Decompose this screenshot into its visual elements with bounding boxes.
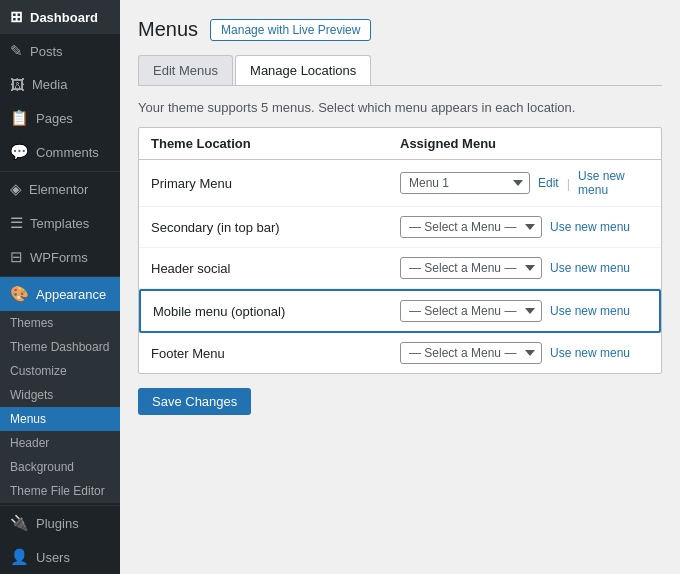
live-preview-button[interactable]: Manage with Live Preview: [210, 19, 371, 41]
sidebar-item-elementor[interactable]: ◈ Elementor: [0, 172, 120, 206]
mobile-menu-select[interactable]: — Select a Menu —: [400, 300, 542, 322]
sidebar-sub-item-background[interactable]: Background: [0, 455, 120, 479]
menu-table: Theme Location Assigned Menu Primary Men…: [138, 127, 662, 374]
page-title-row: Menus Manage with Live Preview: [138, 18, 662, 41]
sidebar-item-plugins[interactable]: 🔌 Plugins: [0, 506, 120, 540]
description-text: Your theme supports 5 menus. Select whic…: [138, 100, 662, 115]
secondary-menu-label: Secondary (in top bar): [151, 220, 400, 235]
sidebar-item-users[interactable]: 👤 Users: [0, 540, 120, 574]
sidebar-sub-item-widgets[interactable]: Widgets: [0, 383, 120, 407]
tab-edit-menus[interactable]: Edit Menus: [138, 55, 233, 85]
mobile-menu-right: — Select a Menu — Use new menu: [400, 300, 647, 322]
plugins-icon: 🔌: [10, 514, 29, 532]
sidebar-item-pages[interactable]: 📋 Pages: [0, 101, 120, 135]
primary-menu-edit-link[interactable]: Edit: [538, 176, 559, 190]
primary-menu-use-new-link[interactable]: Use new menu: [578, 169, 649, 197]
users-icon: 👤: [10, 548, 29, 566]
sidebar: ⊞ Dashboard ✎ Posts 🖼 Media 📋 Pages 💬 Co…: [0, 0, 120, 574]
footer-menu-select[interactable]: — Select a Menu —: [400, 342, 542, 364]
elementor-icon: ◈: [10, 180, 22, 198]
mobile-menu-use-new-link[interactable]: Use new menu: [550, 304, 630, 318]
media-icon: 🖼: [10, 76, 25, 93]
sidebar-item-wpforms[interactable]: ⊟ WPForms: [0, 240, 120, 274]
menu-row-mobile: Mobile menu (optional) — Select a Menu —…: [139, 289, 661, 333]
footer-menu-use-new-link[interactable]: Use new menu: [550, 346, 630, 360]
appearance-submenu: Themes Theme Dashboard Customize Widgets…: [0, 311, 120, 503]
mobile-menu-label: Mobile menu (optional): [153, 304, 400, 319]
sidebar-item-posts[interactable]: ✎ Posts: [0, 34, 120, 68]
menu-row-footer: Footer Menu — Select a Menu — Use new me…: [139, 333, 661, 373]
sidebar-sub-item-theme-dashboard[interactable]: Theme Dashboard: [0, 335, 120, 359]
templates-icon: ☰: [10, 214, 23, 232]
sidebar-item-templates[interactable]: ☰ Templates: [0, 206, 120, 240]
save-changes-button[interactable]: Save Changes: [138, 388, 251, 415]
footer-menu-right: — Select a Menu — Use new menu: [400, 342, 649, 364]
tab-bar: Edit Menus Manage Locations: [138, 55, 662, 86]
header-social-label: Header social: [151, 261, 400, 276]
header-social-use-new-link[interactable]: Use new menu: [550, 261, 630, 275]
dashboard-icon: ⊞: [10, 8, 23, 26]
menu-row-secondary: Secondary (in top bar) — Select a Menu —…: [139, 207, 661, 248]
sidebar-sub-item-header[interactable]: Header: [0, 431, 120, 455]
comments-icon: 💬: [10, 143, 29, 161]
page-title: Menus: [138, 18, 198, 41]
appearance-icon: 🎨: [10, 285, 29, 303]
menu-table-header: Theme Location Assigned Menu: [139, 128, 661, 160]
sidebar-sub-item-menus[interactable]: Menus: [0, 407, 120, 431]
col-theme-location: Theme Location: [151, 136, 400, 151]
tab-manage-locations[interactable]: Manage Locations: [235, 55, 371, 85]
primary-menu-select[interactable]: Menu 1: [400, 172, 530, 194]
secondary-menu-right: — Select a Menu — Use new menu: [400, 216, 649, 238]
header-social-right: — Select a Menu — Use new menu: [400, 257, 649, 279]
pages-icon: 📋: [10, 109, 29, 127]
secondary-menu-select[interactable]: — Select a Menu —: [400, 216, 542, 238]
primary-menu-right: Menu 1 Edit | Use new menu: [400, 169, 649, 197]
sidebar-sub-item-theme-file-editor[interactable]: Theme File Editor: [0, 479, 120, 503]
primary-menu-separator: |: [567, 176, 570, 191]
main-content: Menus Manage with Live Preview Edit Menu…: [120, 0, 680, 574]
header-social-select[interactable]: — Select a Menu —: [400, 257, 542, 279]
sidebar-sub-item-themes[interactable]: Themes: [0, 311, 120, 335]
wpforms-icon: ⊟: [10, 248, 23, 266]
menu-row-primary: Primary Menu Menu 1 Edit | Use new menu: [139, 160, 661, 207]
secondary-menu-use-new-link[interactable]: Use new menu: [550, 220, 630, 234]
menu-row-header-social: Header social — Select a Menu — Use new …: [139, 248, 661, 289]
sidebar-sub-item-customize[interactable]: Customize: [0, 359, 120, 383]
sidebar-item-appearance[interactable]: 🎨 Appearance: [0, 277, 120, 311]
sidebar-item-media[interactable]: 🖼 Media: [0, 68, 120, 101]
posts-icon: ✎: [10, 42, 23, 60]
primary-menu-label: Primary Menu: [151, 176, 400, 191]
sidebar-item-comments[interactable]: 💬 Comments: [0, 135, 120, 169]
footer-menu-label: Footer Menu: [151, 346, 400, 361]
sidebar-item-dashboard[interactable]: ⊞ Dashboard: [0, 0, 120, 34]
col-assigned-menu: Assigned Menu: [400, 136, 649, 151]
